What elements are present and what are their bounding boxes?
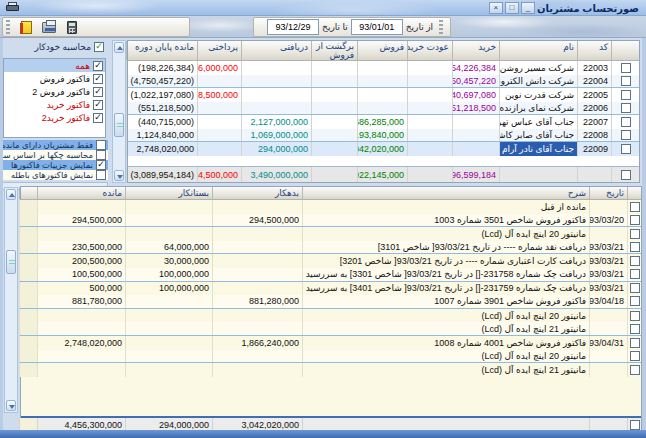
row-checkbox[interactable] xyxy=(630,365,640,375)
maximize-button[interactable]: □ xyxy=(505,2,519,14)
doc-type-item[interactable]: فاکتور فروش xyxy=(4,72,105,85)
row-checkbox[interactable] xyxy=(630,351,640,361)
statement-row[interactable]: 93/03/21دریافت چک شماره 231758-[] در تار… xyxy=(21,268,641,282)
scroll-thumb[interactable] xyxy=(114,113,124,137)
row-checkbox[interactable] xyxy=(630,269,640,279)
statement-row[interactable]: مانیتور 20 اینچ ایده آل (Lcd) xyxy=(21,227,641,241)
doc-type-checkbox[interactable] xyxy=(93,100,103,110)
doc-type-checkbox[interactable] xyxy=(93,74,103,84)
row-checkbox[interactable] xyxy=(630,256,640,266)
column-header[interactable]: بدهکار xyxy=(212,187,302,199)
statement-row[interactable]: 93/03/21دریافت نقد شماره ---- در تاریخ 9… xyxy=(21,241,641,255)
column-header[interactable]: نام xyxy=(499,41,577,60)
auto-calc-checkbox[interactable] xyxy=(94,42,104,52)
option-checkbox[interactable] xyxy=(96,150,106,160)
statement-row[interactable]: مانده از قبل xyxy=(21,200,641,214)
row-checkbox[interactable] xyxy=(630,311,640,321)
print-button[interactable] xyxy=(39,18,59,36)
auto-calc-toggle[interactable]: محاسبه خودکار xyxy=(0,38,110,55)
column-header[interactable]: مانده پایان دوره xyxy=(126,41,197,60)
cell-debit: 1,866,240,000 xyxy=(212,336,302,350)
scroll-thumb[interactable] xyxy=(6,250,16,274)
statement-row[interactable]: 93/03/21دریافت چک شماره 231759-[] در تار… xyxy=(21,282,641,296)
row-checkbox[interactable] xyxy=(630,215,640,225)
customers-scrollbar[interactable] xyxy=(112,40,126,183)
scroll-down-icon[interactable] xyxy=(114,170,124,181)
to-date-input[interactable] xyxy=(267,19,319,35)
option-item[interactable]: نمایش جزییات فاکتورها xyxy=(2,160,108,170)
doc-type-checkbox[interactable] xyxy=(93,113,103,123)
column-header[interactable] xyxy=(627,187,641,199)
option-checkbox[interactable] xyxy=(96,160,106,170)
doc-type-item[interactable]: فاکتور خرید xyxy=(4,98,105,111)
row-checkbox[interactable] xyxy=(630,420,640,430)
statement-row[interactable]: 93/03/20فاکتور فروش شاخص 3501 شماره 1003… xyxy=(21,214,641,228)
doc-type-checkbox[interactable] xyxy=(93,61,103,71)
column-header[interactable] xyxy=(611,41,639,60)
statement-row[interactable]: مانیتور 20 اینچ ایده آل (Lcd) xyxy=(21,309,641,323)
column-header[interactable] xyxy=(19,187,37,199)
statement-row[interactable]: 93/04/31فاکتور فروش شاخص 4001 شماره 1008… xyxy=(21,336,641,350)
column-header[interactable]: شرح xyxy=(302,187,589,199)
column-header[interactable]: مانده xyxy=(37,187,125,199)
statement-row[interactable]: 93/03/21دریافت کارت اعتباری شماره ---- د… xyxy=(21,254,641,268)
row-checkbox[interactable] xyxy=(630,324,640,334)
row-checkbox[interactable] xyxy=(621,90,631,100)
statement-row[interactable]: 93/04/18فاکتور فروش شاخص 3901 شماره 1007… xyxy=(21,295,641,309)
doc-type-item[interactable]: فاکتور فروش 2 xyxy=(4,85,105,98)
customer-row[interactable]: 22006شرکت نمای برازنده551,218,500(551,21… xyxy=(128,102,639,116)
band-grip[interactable] xyxy=(6,20,10,34)
column-header[interactable]: تاریخ xyxy=(589,187,627,199)
customer-row[interactable]: 22007جناب آقای عباس تهرانی1,686,285,0002… xyxy=(128,115,639,129)
option-item[interactable]: نمایش فاکتورهای باطله xyxy=(2,170,108,180)
scroll-up-icon[interactable] xyxy=(6,189,16,200)
column-header[interactable]: پرداختی xyxy=(197,41,241,60)
row-checkbox[interactable] xyxy=(621,144,631,154)
row-checkbox[interactable] xyxy=(630,283,640,293)
doc-type-item[interactable]: فاکتور خرید2 xyxy=(4,111,105,124)
calculator-button[interactable] xyxy=(62,18,82,36)
row-checkbox[interactable] xyxy=(621,170,631,180)
row-checkbox[interactable] xyxy=(621,130,631,140)
row-checkbox[interactable] xyxy=(621,103,631,113)
minimize-button[interactable]: _ xyxy=(521,2,535,14)
row-checkbox[interactable] xyxy=(630,296,640,306)
option-checkbox[interactable] xyxy=(96,140,106,150)
statement-row[interactable]: مانیتور 21 اینچ ایده آل (Lcd) xyxy=(21,322,641,336)
customer-row[interactable]: 22008جناب آقای صابر کاشانی2,193,840,0001… xyxy=(128,129,639,143)
column-header[interactable]: عودت خرید xyxy=(407,41,452,60)
band-grip[interactable] xyxy=(439,20,443,34)
row-checkbox[interactable] xyxy=(630,242,640,252)
row-checkbox[interactable] xyxy=(630,338,640,348)
column-header[interactable]: دریافتی xyxy=(241,41,311,60)
row-checkbox[interactable] xyxy=(621,63,631,73)
row-checkbox[interactable] xyxy=(621,76,631,86)
customer-row[interactable]: 22003شرکت مسیر روشن254,226,38456,000,000… xyxy=(128,61,639,75)
statement-row[interactable]: مانیتور 21 اینچ ایده آل (Lcd) xyxy=(21,363,641,377)
column-header[interactable]: کد xyxy=(577,41,611,60)
row-checkbox[interactable] xyxy=(621,117,631,127)
statement-scrollbar[interactable] xyxy=(4,187,18,413)
close-button[interactable]: × xyxy=(489,2,503,14)
from-date-input[interactable] xyxy=(351,19,403,35)
exit-button[interactable] xyxy=(16,18,36,36)
doc-type-item[interactable]: همه xyxy=(4,59,105,72)
column-header[interactable]: برگشت از فروش xyxy=(311,41,357,60)
row-select-cell xyxy=(611,102,639,115)
option-item[interactable]: فقط مشتریان دارای مانده xyxy=(2,140,108,150)
option-item[interactable]: محاسبه چکها بر اساس سررسید xyxy=(2,150,108,160)
option-checkbox[interactable] xyxy=(96,170,106,180)
doc-type-checkbox[interactable] xyxy=(93,87,103,97)
customer-row[interactable]: 22004شرکت دانش الکترونیک4,750,457,220(4,… xyxy=(128,75,639,89)
column-header[interactable]: فروش xyxy=(357,41,407,60)
scroll-up-icon[interactable] xyxy=(114,42,124,53)
column-header[interactable]: بستانکار xyxy=(125,187,212,199)
scroll-down-icon[interactable] xyxy=(6,400,16,411)
column-header[interactable]: خرید xyxy=(452,41,499,60)
statement-row[interactable]: مانیتور 20 اینچ ایده آل (Lcd) xyxy=(21,350,641,364)
document-type-list: همهفاکتور فروشفاکتور فروش 2فاکتور خریدفا… xyxy=(3,58,106,138)
row-checkbox[interactable] xyxy=(630,229,640,239)
customer-row[interactable]: 22005شرکت قدرت نوین1,140,697,080118,500,… xyxy=(128,88,639,102)
row-checkbox[interactable] xyxy=(630,202,640,212)
customer-row[interactable]: 22009جناب آقای نادر آرام3,042,020,000294… xyxy=(128,142,639,156)
